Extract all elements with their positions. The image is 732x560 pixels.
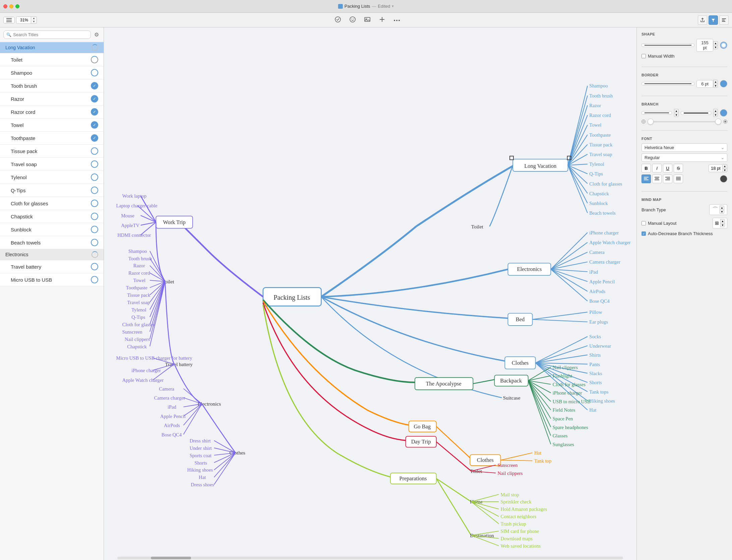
sidebar-item-micro-usb[interactable]: Micro USB to USB: [0, 273, 104, 286]
filter-button[interactable]: [709, 15, 718, 25]
canvas-area[interactable]: Packing Lists Long Vacation Shampoo Toot…: [104, 27, 636, 560]
zoom-down-button[interactable]: ▼: [31, 20, 37, 23]
sidebar-item-travel-battery[interactable]: Travel battery: [0, 260, 104, 273]
item-check-travel-battery[interactable]: [91, 263, 98, 270]
branch-style-down[interactable]: ▼: [674, 113, 679, 117]
branch-type-select[interactable]: ⌒ ▲ ▼: [709, 204, 727, 215]
manual-layout-checkbox[interactable]: [642, 221, 646, 225]
search-input[interactable]: [13, 32, 88, 37]
bold-button[interactable]: B: [642, 164, 651, 172]
minimize-button[interactable]: [9, 4, 13, 8]
item-check-toothpaste[interactable]: ✓: [91, 134, 98, 142]
item-check-travel-soap[interactable]: [91, 160, 98, 168]
sidebar-item-towel[interactable]: Towel ✓: [0, 119, 104, 132]
align-center-button[interactable]: [652, 174, 662, 183]
branch-line-style2[interactable]: [681, 111, 711, 115]
shape-pt-down[interactable]: ▼: [713, 45, 718, 49]
item-check-tylenol[interactable]: [91, 173, 98, 181]
sidebar-group-long-vacation[interactable]: Long Vacation: [0, 42, 104, 53]
branch-width-down[interactable]: ▼: [713, 113, 718, 117]
item-check-toilet[interactable]: [91, 56, 98, 63]
zoom-up-button[interactable]: ▲: [31, 17, 37, 20]
branch-width-up[interactable]: ▲: [713, 109, 718, 113]
sidebar-item-cloth-for-glasses[interactable]: Cloth for glasses: [0, 197, 104, 210]
layout-down[interactable]: ▼: [720, 223, 725, 227]
close-button[interactable]: [3, 4, 7, 8]
auto-decrease-checkbox[interactable]: ✓: [642, 231, 646, 236]
font-size-up[interactable]: ▲: [723, 164, 727, 168]
font-size-down[interactable]: ▼: [723, 168, 727, 172]
shape-pt-value[interactable]: 155 pt: [696, 39, 713, 52]
svg-rect-152: [676, 180, 681, 180]
sidebar-item-tylenol[interactable]: Tylenol: [0, 171, 104, 184]
sidebar-item-tooth-brush[interactable]: Tooth brush ✓: [0, 79, 104, 92]
sidebar-item-q-tips[interactable]: Q-Tips: [0, 184, 104, 197]
shape-pt-up[interactable]: ▲: [713, 41, 718, 45]
border-pt-value[interactable]: 6 pt: [696, 80, 713, 88]
shape-color-picker[interactable]: [720, 42, 727, 49]
item-check-shampoo[interactable]: [91, 69, 98, 76]
image-button[interactable]: [361, 15, 373, 25]
sidebar-item-razor-cord[interactable]: Razor cord ✓: [0, 106, 104, 119]
layout-icon-button[interactable]: ⊞ ▲ ▼: [713, 218, 727, 228]
sidebar-item-toilet[interactable]: Toilet: [0, 53, 104, 66]
item-check-sunblock[interactable]: [91, 226, 98, 233]
more-button[interactable]: [391, 15, 403, 25]
sidebar-item-tissue-pack[interactable]: Tissue pack: [0, 145, 104, 158]
sidebar-item-travel-soap[interactable]: Travel soap: [0, 158, 104, 171]
check-button[interactable]: [332, 15, 344, 25]
font-size-input[interactable]: [709, 164, 723, 172]
item-check-chapstick[interactable]: [91, 213, 98, 220]
add-node-button[interactable]: [376, 15, 388, 25]
sidebar-toggle-button[interactable]: [3, 17, 15, 23]
sidebar-item-beach-towels[interactable]: Beach towels: [0, 236, 104, 249]
item-check-q-tips[interactable]: [91, 187, 98, 194]
face-button[interactable]: [347, 15, 359, 25]
font-color-picker[interactable]: [720, 175, 727, 183]
layout-up[interactable]: ▲: [720, 219, 725, 223]
sidebar-item-chapstick[interactable]: Chapstick: [0, 210, 104, 223]
italic-button[interactable]: I: [652, 164, 662, 172]
scrollbar-thumb[interactable]: [151, 557, 191, 559]
branch-line-style1[interactable]: [642, 111, 672, 115]
item-check-beach-towels[interactable]: [91, 239, 98, 246]
sidebar-settings-button[interactable]: ⚙: [93, 30, 100, 39]
chevron-down-icon[interactable]: ▾: [392, 4, 394, 8]
item-check-micro-usb[interactable]: [91, 276, 98, 283]
horizontal-scrollbar[interactable]: [117, 557, 623, 559]
align-justify-button[interactable]: [674, 174, 683, 183]
item-check-tooth-brush[interactable]: ✓: [91, 82, 98, 89]
sidebar-item-razor[interactable]: Razor ✓: [0, 92, 104, 106]
item-check-towel[interactable]: ✓: [91, 121, 98, 129]
branch-slider-track[interactable]: [648, 119, 721, 124]
sidebar-item-sunblock[interactable]: Sunblock: [0, 223, 104, 236]
underline-button[interactable]: U: [663, 164, 672, 172]
branch-type-down[interactable]: ▼: [720, 210, 724, 214]
item-check-razor-cord[interactable]: ✓: [91, 108, 98, 116]
sidebar-item-toothpaste[interactable]: Toothpaste ✓: [0, 132, 104, 145]
outline-button[interactable]: [719, 15, 729, 25]
branch-style-up[interactable]: ▲: [674, 109, 679, 113]
shape-line-style[interactable]: [642, 44, 694, 47]
font-style-select[interactable]: Regular: [642, 153, 727, 162]
branch-type-up[interactable]: ▲: [720, 206, 724, 210]
branch-color-picker[interactable]: [720, 109, 727, 117]
manual-width-checkbox[interactable]: [642, 54, 646, 58]
item-check-cloth-for-glasses[interactable]: [91, 200, 98, 207]
border-pt-up[interactable]: ▲: [713, 80, 718, 84]
border-pt-down[interactable]: ▼: [713, 84, 718, 88]
strikethrough-button[interactable]: S: [674, 164, 683, 172]
border-line-style[interactable]: [642, 82, 694, 85]
align-left-button[interactable]: [642, 174, 651, 183]
slider-thumb-right[interactable]: [715, 119, 721, 125]
align-right-button[interactable]: [663, 174, 672, 183]
font-family-select[interactable]: Helvetica Neue: [642, 143, 727, 152]
item-check-razor[interactable]: ✓: [91, 95, 98, 102]
sidebar-group-electronics[interactable]: Electronics: [0, 249, 104, 260]
item-check-tissue-pack[interactable]: [91, 147, 98, 155]
share-button[interactable]: [698, 15, 707, 25]
maximize-button[interactable]: [15, 4, 19, 8]
border-color-picker[interactable]: [720, 80, 727, 87]
sidebar-item-shampoo[interactable]: Shampoo: [0, 66, 104, 79]
slider-thumb-left[interactable]: [648, 119, 654, 125]
